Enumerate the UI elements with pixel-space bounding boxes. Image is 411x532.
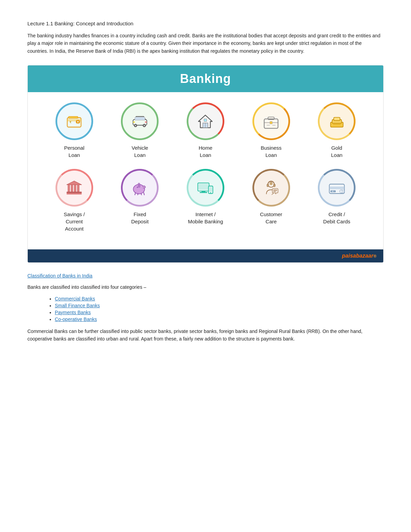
- business-loan-label: BusinessLoan: [261, 144, 282, 159]
- svg-rect-16: [204, 119, 207, 121]
- svg-rect-58: [329, 187, 344, 189]
- piggybank-icon: [130, 178, 149, 197]
- bank-icon: [65, 178, 84, 197]
- svg-rect-35: [67, 193, 82, 195]
- svg-marker-53: [272, 193, 274, 195]
- banking-header: Banking: [28, 65, 383, 92]
- home-loan-icon-circle: [187, 102, 224, 140]
- logo-dot: ®: [373, 254, 376, 259]
- savings-account-label: Savings /CurrentAccount: [64, 211, 85, 232]
- banking-title: Banking: [28, 72, 383, 86]
- logo-text: paisabazaar: [342, 253, 374, 259]
- customer-care-icon-circle: [252, 169, 290, 207]
- list-item: Credit /Debit Cards: [304, 169, 370, 232]
- svg-rect-12: [133, 121, 135, 123]
- svg-rect-21: [270, 121, 272, 124]
- svg-rect-45: [209, 186, 213, 194]
- svg-point-64: [339, 190, 342, 193]
- personal-loan-icon-circle: ₹: [55, 102, 93, 140]
- svg-point-47: [210, 192, 211, 193]
- classification-link[interactable]: Classification of Banks in India: [27, 273, 384, 279]
- list-item: GoldLoan: [304, 102, 370, 159]
- svg-marker-29: [67, 181, 82, 185]
- list-item: Co-operative Banks: [55, 317, 384, 322]
- classification-body: Commercial Banks can be further classifi…: [27, 327, 384, 343]
- svg-rect-50: [267, 184, 269, 186]
- list-item: FixedDeposit: [107, 169, 173, 232]
- house-icon: [196, 112, 215, 131]
- business-loan-icon-circle: [252, 102, 290, 140]
- svg-point-49: [270, 182, 273, 185]
- classification-intro: Banks are classified into classified int…: [27, 283, 384, 291]
- svg-rect-51: [274, 184, 275, 186]
- svg-rect-43: [202, 191, 206, 192]
- list-item: Internet /Mobile Banking: [173, 169, 238, 232]
- svg-point-11: [144, 125, 145, 126]
- payments-banks-link[interactable]: Payments Banks: [55, 310, 91, 315]
- svg-rect-34: [67, 191, 82, 193]
- svg-point-36: [133, 184, 145, 194]
- svg-rect-18: [264, 119, 278, 128]
- svg-rect-38: [138, 185, 140, 187]
- personal-loan-label: PersonalLoan: [64, 144, 84, 159]
- intro-text: The banking industry handles finances in…: [27, 32, 384, 55]
- creditcard-icon: [327, 178, 346, 197]
- svg-point-65: [341, 190, 344, 193]
- lecture-title: Lecture 1.1 Banking: Concept and Introdu…: [27, 21, 384, 26]
- customercare-icon: [262, 178, 281, 197]
- svg-rect-59: [331, 190, 336, 193]
- banking-icons-grid: ₹ PersonalLoan V: [28, 92, 383, 249]
- credit-card-icon-circle: [318, 169, 356, 207]
- svg-rect-24: [331, 122, 343, 127]
- svg-rect-33: [77, 185, 79, 191]
- svg-rect-46: [209, 187, 212, 192]
- gold-icon: [327, 112, 346, 131]
- internet-banking-icon-circle: [187, 169, 224, 207]
- cooperative-banks-link[interactable]: Co-operative Banks: [55, 317, 97, 322]
- banking-card: Banking ₹ PersonalLoan: [27, 65, 384, 263]
- paisabazaar-logo: paisabazaar®: [342, 253, 376, 259]
- banking-card-footer: paisabazaar®: [28, 249, 383, 262]
- svg-rect-57: [329, 184, 344, 194]
- svg-rect-44: [200, 192, 207, 193]
- vehicle-loan-icon-circle: [121, 102, 159, 140]
- svg-marker-14: [199, 115, 212, 128]
- list-item: Small Finance Banks: [55, 303, 384, 308]
- gold-loan-icon-circle: [318, 102, 356, 140]
- svg-rect-13: [145, 121, 147, 123]
- car-icon: [130, 112, 149, 131]
- briefcase-icon: [262, 112, 281, 131]
- list-item: Commercial Banks: [55, 296, 384, 301]
- list-item: ₹ PersonalLoan: [41, 102, 107, 159]
- svg-point-3: [77, 121, 79, 122]
- classification-list: Commercial Banks Small Finance Banks Pay…: [27, 296, 384, 322]
- list-item: Savings /CurrentAccount: [41, 169, 107, 232]
- svg-rect-4: [68, 116, 78, 119]
- svg-rect-41: [198, 183, 209, 191]
- computer-icon: [196, 178, 215, 197]
- small-finance-banks-link[interactable]: Small Finance Banks: [55, 303, 100, 308]
- fixed-deposit-icon-circle: [121, 169, 159, 207]
- svg-point-9: [135, 125, 136, 126]
- list-item: BusinessLoan: [238, 102, 304, 159]
- credit-card-label: Credit /Debit Cards: [323, 211, 350, 225]
- svg-rect-42: [199, 183, 209, 189]
- svg-rect-19: [268, 117, 274, 119]
- gold-loan-label: GoldLoan: [331, 144, 342, 159]
- vehicle-loan-label: VehicleLoan: [132, 144, 148, 159]
- list-item: CustomerCare: [238, 169, 304, 232]
- savings-account-icon-circle: [55, 169, 93, 207]
- svg-rect-31: [71, 185, 73, 191]
- list-item: HomeLoan: [173, 102, 238, 159]
- svg-rect-15: [203, 123, 208, 128]
- list-item: VehicleLoan: [107, 102, 173, 159]
- svg-rect-32: [74, 185, 76, 191]
- svg-rect-26: [334, 117, 340, 120]
- commercial-banks-link[interactable]: Commercial Banks: [55, 296, 95, 301]
- fixed-deposit-label: FixedDeposit: [131, 211, 149, 225]
- wallet-icon: ₹: [65, 112, 84, 131]
- customer-care-label: CustomerCare: [260, 211, 282, 225]
- list-item: Payments Banks: [55, 310, 384, 315]
- svg-rect-60: [332, 191, 333, 191]
- svg-point-48: [268, 181, 274, 187]
